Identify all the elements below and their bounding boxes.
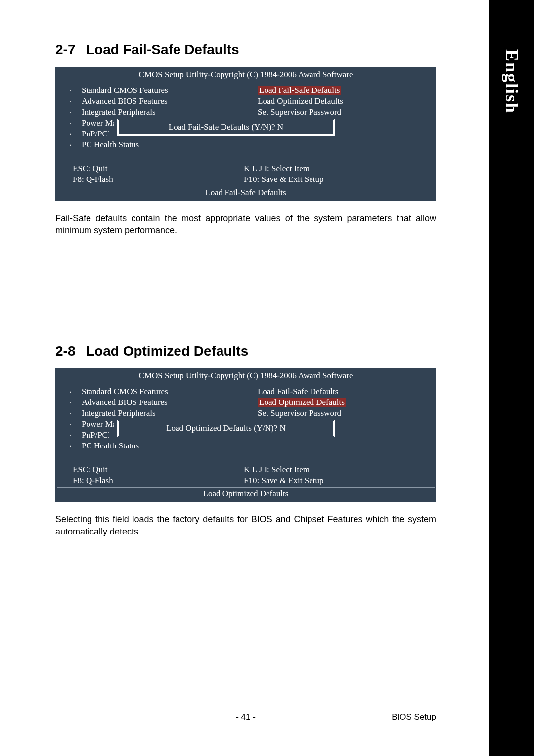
section-title-2-7-text: Load Fail-Safe Defaults bbox=[86, 42, 239, 57]
bios-footer-2: Load Optimized Defaults bbox=[57, 488, 435, 501]
section-num-2-8: 2-8 bbox=[55, 343, 86, 359]
bios-header: CMOS Setup Utility-Copyright (C) 1984-20… bbox=[57, 68, 435, 82]
section-title-2-8-text: Load Optimized Defaults bbox=[86, 343, 248, 358]
bios-menu-body-2: ‘Standard CMOS Features ‘Advanced BIOS F… bbox=[57, 383, 435, 463]
menu-supervisor-password[interactable]: Set Supervisor Password bbox=[258, 107, 435, 118]
menu-advanced-bios[interactable]: ‘Advanced BIOS Features bbox=[82, 96, 235, 107]
section-2-8-title: 2-8Load Optimized Defaults bbox=[55, 343, 436, 359]
bios-help-bar: ESC: Quit F8: Q-Flash K L J I: Select It… bbox=[57, 162, 435, 186]
bios-header-2: CMOS Setup Utility-Copyright (C) 1984-20… bbox=[57, 369, 435, 383]
help-select-2: K L J I: Select Item bbox=[244, 464, 435, 475]
section-2-8-description: Selecting this field loads the factory d… bbox=[55, 513, 436, 538]
caret-icon: ‘ bbox=[70, 442, 72, 452]
help-f10-2: F10: Save & Exit Setup bbox=[244, 475, 435, 486]
caret-icon: ‘ bbox=[70, 130, 72, 140]
help-esc-2: ESC: Quit bbox=[73, 464, 235, 475]
bios-screenshot-2: CMOS Setup Utility-Copyright (C) 1984-20… bbox=[55, 368, 436, 502]
caret-icon: ‘ bbox=[70, 140, 72, 151]
caret-icon: ‘ bbox=[70, 86, 72, 97]
page-footer: - 41 - BIOS Setup bbox=[55, 710, 436, 722]
caret-icon: ‘ bbox=[70, 409, 72, 420]
optimized-dialog[interactable]: Load Optimized Defaults (Y/N)? N bbox=[117, 420, 335, 437]
caret-icon: ‘ bbox=[70, 387, 72, 398]
help-f10: F10: Save & Exit Setup bbox=[244, 174, 435, 185]
menu-load-optimized-2[interactable]: Load Optimized Defaults bbox=[258, 397, 435, 408]
footer-label: BIOS Setup bbox=[337, 712, 436, 722]
section-2-7-title: 2-7Load Fail-Safe Defaults bbox=[55, 42, 436, 58]
menu-advanced-bios-2[interactable]: ‘Advanced BIOS Features bbox=[82, 397, 235, 408]
menu-integrated-peripherals-2[interactable]: ‘Integrated Peripherals bbox=[82, 408, 235, 419]
menu-standard-cmos-2[interactable]: ‘Standard CMOS Features bbox=[82, 386, 235, 397]
help-esc: ESC: Quit bbox=[73, 163, 235, 174]
menu-integrated-peripherals[interactable]: ‘Integrated Peripherals bbox=[82, 107, 235, 118]
caret-icon: ‘ bbox=[70, 398, 72, 409]
caret-icon: ‘ bbox=[70, 420, 72, 431]
menu-pc-health-2[interactable]: ‘PC Health Status bbox=[82, 441, 235, 451]
caret-icon: ‘ bbox=[70, 97, 72, 108]
menu-supervisor-password-2[interactable]: Set Supervisor Password bbox=[258, 408, 435, 419]
section-num-2-7: 2-7 bbox=[55, 42, 86, 58]
section-2-7-description: Fail-Safe defaults contain the most appr… bbox=[55, 212, 436, 237]
bios-menu-body: ‘Standard CMOS Features ‘Advanced BIOS F… bbox=[57, 82, 435, 162]
menu-load-optimized[interactable]: Load Optimized Defaults bbox=[258, 96, 435, 107]
failsafe-dialog-text: Load Fail-Safe Defaults (Y/N)? N bbox=[169, 122, 283, 132]
caret-icon: ‘ bbox=[70, 108, 72, 119]
page-number: - 41 - bbox=[154, 712, 337, 722]
bios-help-bar-2: ESC: Quit F8: Q-Flash K L J I: Select It… bbox=[57, 463, 435, 488]
help-f8: F8: Q-Flash bbox=[73, 174, 235, 185]
menu-standard-cmos[interactable]: ‘Standard CMOS Features bbox=[82, 85, 235, 96]
menu-load-failsafe[interactable]: Load Fail-Safe Defaults bbox=[258, 85, 435, 96]
caret-icon: ‘ bbox=[70, 119, 72, 130]
side-black-bar: English bbox=[490, 0, 534, 756]
optimized-dialog-text: Load Optimized Defaults (Y/N)? N bbox=[166, 423, 286, 433]
bios-screenshot-1: CMOS Setup Utility-Copyright (C) 1984-20… bbox=[55, 67, 436, 201]
menu-load-failsafe-2[interactable]: Load Fail-Safe Defaults bbox=[258, 386, 435, 397]
help-select: K L J I: Select Item bbox=[244, 163, 435, 174]
caret-icon: ‘ bbox=[70, 431, 72, 442]
help-f8-2: F8: Q-Flash bbox=[73, 475, 235, 486]
page-content: 2-7Load Fail-Safe Defaults CMOS Setup Ut… bbox=[55, 42, 436, 538]
failsafe-dialog[interactable]: Load Fail-Safe Defaults (Y/N)? N bbox=[117, 119, 335, 136]
menu-pc-health[interactable]: ‘PC Health Status bbox=[82, 139, 235, 150]
language-side-label: English bbox=[501, 49, 522, 114]
bios-footer-1: Load Fail-Safe Defaults bbox=[57, 186, 435, 200]
